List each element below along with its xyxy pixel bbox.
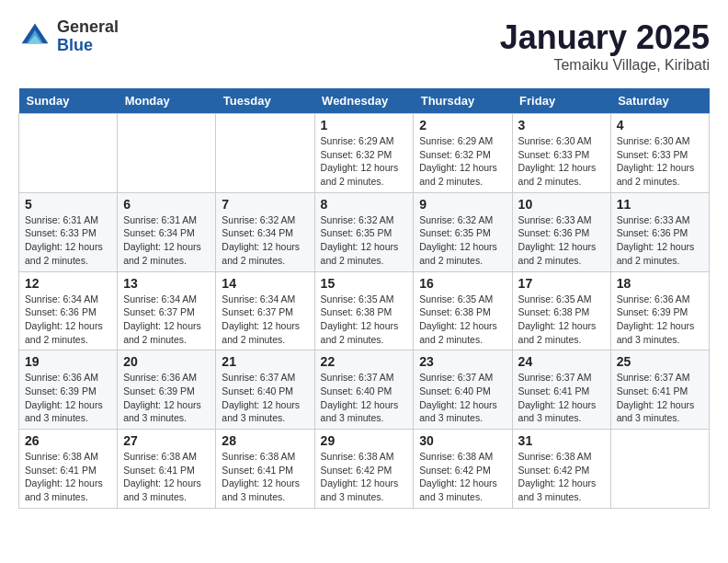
calendar-cell: 21Sunrise: 6:37 AMSunset: 6:40 PMDayligh… bbox=[216, 350, 314, 430]
calendar-cell bbox=[118, 114, 216, 193]
month-title: January 2025 bbox=[500, 18, 710, 57]
day-info: Sunrise: 6:38 AMSunset: 6:41 PMDaylight:… bbox=[123, 450, 210, 504]
day-number: 2 bbox=[419, 118, 506, 132]
calendar-cell: 16Sunrise: 6:35 AMSunset: 6:38 PMDayligh… bbox=[414, 271, 512, 350]
day-info: Sunrise: 6:35 AMSunset: 6:38 PMDaylight:… bbox=[321, 293, 408, 347]
calendar-cell: 14Sunrise: 6:34 AMSunset: 6:37 PMDayligh… bbox=[216, 271, 314, 350]
day-info: Sunrise: 6:31 AMSunset: 6:33 PMDaylight:… bbox=[25, 213, 111, 268]
calendar-table: SundayMondayTuesdayWednesdayThursdayFrid… bbox=[18, 88, 710, 509]
day-info: Sunrise: 6:34 AMSunset: 6:37 PMDaylight:… bbox=[123, 293, 210, 347]
day-info: Sunrise: 6:36 AMSunset: 6:39 PMDaylight:… bbox=[25, 371, 111, 425]
page-header: General Blue January 2025 Temaiku Villag… bbox=[18, 18, 710, 74]
day-number: 17 bbox=[518, 276, 605, 291]
day-number: 27 bbox=[123, 433, 210, 448]
day-info: Sunrise: 6:32 AMSunset: 6:35 PMDaylight:… bbox=[321, 213, 408, 268]
day-number: 19 bbox=[25, 354, 111, 369]
calendar-cell: 11Sunrise: 6:33 AMSunset: 6:36 PMDayligh… bbox=[610, 192, 709, 271]
calendar-cell: 6Sunrise: 6:31 AMSunset: 6:34 PMDaylight… bbox=[118, 192, 216, 271]
logo-text: General Blue bbox=[57, 18, 119, 55]
day-info: Sunrise: 6:32 AMSunset: 6:34 PMDaylight:… bbox=[222, 213, 308, 268]
day-header-monday: Monday bbox=[118, 88, 216, 114]
logo-icon bbox=[18, 20, 51, 53]
logo-general: General bbox=[57, 18, 119, 37]
day-info: Sunrise: 6:37 AMSunset: 6:40 PMDaylight:… bbox=[419, 371, 506, 425]
day-header-saturday: Saturday bbox=[610, 88, 709, 114]
day-info: Sunrise: 6:38 AMSunset: 6:41 PMDaylight:… bbox=[25, 450, 111, 504]
calendar-cell: 8Sunrise: 6:32 AMSunset: 6:35 PMDaylight… bbox=[314, 192, 414, 271]
calendar-cell: 19Sunrise: 6:36 AMSunset: 6:39 PMDayligh… bbox=[19, 350, 118, 430]
day-info: Sunrise: 6:38 AMSunset: 6:42 PMDaylight:… bbox=[518, 450, 605, 504]
location: Temaiku Village, Kiribati bbox=[500, 57, 710, 74]
calendar-cell: 29Sunrise: 6:38 AMSunset: 6:42 PMDayligh… bbox=[314, 430, 414, 509]
calendar-cell: 3Sunrise: 6:30 AMSunset: 6:33 PMDaylight… bbox=[512, 114, 610, 193]
calendar-cell: 18Sunrise: 6:36 AMSunset: 6:39 PMDayligh… bbox=[610, 271, 709, 350]
calendar-week-4: 19Sunrise: 6:36 AMSunset: 6:39 PMDayligh… bbox=[19, 350, 710, 430]
day-number: 23 bbox=[419, 354, 506, 369]
day-number: 6 bbox=[123, 197, 210, 212]
calendar-cell: 15Sunrise: 6:35 AMSunset: 6:38 PMDayligh… bbox=[314, 271, 414, 350]
calendar-week-2: 5Sunrise: 6:31 AMSunset: 6:33 PMDaylight… bbox=[19, 192, 710, 271]
day-number: 16 bbox=[419, 276, 506, 291]
calendar-cell: 20Sunrise: 6:36 AMSunset: 6:39 PMDayligh… bbox=[118, 350, 216, 430]
day-number: 31 bbox=[518, 433, 605, 448]
day-number: 25 bbox=[617, 354, 703, 369]
title-block: January 2025 Temaiku Village, Kiribati bbox=[500, 18, 710, 74]
calendar-cell: 12Sunrise: 6:34 AMSunset: 6:36 PMDayligh… bbox=[19, 271, 118, 350]
day-header-friday: Friday bbox=[512, 88, 610, 114]
day-number: 26 bbox=[25, 433, 111, 448]
calendar-cell: 23Sunrise: 6:37 AMSunset: 6:40 PMDayligh… bbox=[414, 350, 512, 430]
day-header-sunday: Sunday bbox=[19, 88, 118, 114]
day-info: Sunrise: 6:31 AMSunset: 6:34 PMDaylight:… bbox=[123, 213, 210, 268]
calendar-cell: 5Sunrise: 6:31 AMSunset: 6:33 PMDaylight… bbox=[19, 192, 118, 271]
day-number: 24 bbox=[518, 354, 605, 369]
day-info: Sunrise: 6:38 AMSunset: 6:41 PMDaylight:… bbox=[222, 450, 308, 504]
day-info: Sunrise: 6:33 AMSunset: 6:36 PMDaylight:… bbox=[617, 213, 703, 268]
day-number: 15 bbox=[321, 276, 408, 291]
day-info: Sunrise: 6:33 AMSunset: 6:36 PMDaylight:… bbox=[518, 213, 605, 268]
day-number: 22 bbox=[321, 354, 408, 369]
day-number: 7 bbox=[222, 197, 308, 212]
day-info: Sunrise: 6:32 AMSunset: 6:35 PMDaylight:… bbox=[419, 213, 506, 268]
day-header-tuesday: Tuesday bbox=[216, 88, 314, 114]
calendar-cell: 4Sunrise: 6:30 AMSunset: 6:33 PMDaylight… bbox=[610, 114, 709, 193]
day-number: 4 bbox=[617, 118, 703, 132]
day-number: 1 bbox=[321, 118, 408, 132]
day-info: Sunrise: 6:30 AMSunset: 6:33 PMDaylight:… bbox=[617, 134, 703, 189]
day-info: Sunrise: 6:34 AMSunset: 6:36 PMDaylight:… bbox=[25, 293, 111, 347]
calendar-cell: 1Sunrise: 6:29 AMSunset: 6:32 PMDaylight… bbox=[314, 114, 414, 193]
calendar-cell: 25Sunrise: 6:37 AMSunset: 6:41 PMDayligh… bbox=[610, 350, 709, 430]
day-info: Sunrise: 6:35 AMSunset: 6:38 PMDaylight:… bbox=[419, 293, 506, 347]
day-info: Sunrise: 6:29 AMSunset: 6:32 PMDaylight:… bbox=[321, 134, 408, 189]
logo-blue: Blue bbox=[57, 37, 119, 55]
calendar-week-5: 26Sunrise: 6:38 AMSunset: 6:41 PMDayligh… bbox=[19, 430, 710, 509]
day-info: Sunrise: 6:35 AMSunset: 6:38 PMDaylight:… bbox=[518, 293, 605, 347]
calendar-week-3: 12Sunrise: 6:34 AMSunset: 6:36 PMDayligh… bbox=[19, 271, 710, 350]
day-number: 20 bbox=[123, 354, 210, 369]
day-number: 13 bbox=[123, 276, 210, 291]
day-info: Sunrise: 6:29 AMSunset: 6:32 PMDaylight:… bbox=[419, 134, 506, 189]
day-number: 9 bbox=[419, 197, 506, 212]
calendar-cell: 22Sunrise: 6:37 AMSunset: 6:40 PMDayligh… bbox=[314, 350, 414, 430]
calendar-cell: 13Sunrise: 6:34 AMSunset: 6:37 PMDayligh… bbox=[118, 271, 216, 350]
logo: General Blue bbox=[18, 18, 119, 55]
day-number: 11 bbox=[617, 197, 703, 212]
day-info: Sunrise: 6:38 AMSunset: 6:42 PMDaylight:… bbox=[419, 450, 506, 504]
calendar-cell: 7Sunrise: 6:32 AMSunset: 6:34 PMDaylight… bbox=[216, 192, 314, 271]
calendar-cell: 28Sunrise: 6:38 AMSunset: 6:41 PMDayligh… bbox=[216, 430, 314, 509]
day-number: 30 bbox=[419, 433, 506, 448]
day-number: 8 bbox=[321, 197, 408, 212]
calendar-cell: 24Sunrise: 6:37 AMSunset: 6:41 PMDayligh… bbox=[512, 350, 610, 430]
calendar-cell bbox=[19, 114, 118, 193]
day-number: 18 bbox=[617, 276, 703, 291]
calendar-cell: 27Sunrise: 6:38 AMSunset: 6:41 PMDayligh… bbox=[118, 430, 216, 509]
day-info: Sunrise: 6:37 AMSunset: 6:41 PMDaylight:… bbox=[617, 371, 703, 425]
day-header-thursday: Thursday bbox=[414, 88, 512, 114]
day-number: 5 bbox=[25, 197, 111, 212]
calendar-cell: 17Sunrise: 6:35 AMSunset: 6:38 PMDayligh… bbox=[512, 271, 610, 350]
calendar-cell bbox=[610, 430, 709, 509]
calendar-cell: 30Sunrise: 6:38 AMSunset: 6:42 PMDayligh… bbox=[414, 430, 512, 509]
day-info: Sunrise: 6:30 AMSunset: 6:33 PMDaylight:… bbox=[518, 134, 605, 189]
day-number: 10 bbox=[518, 197, 605, 212]
day-info: Sunrise: 6:36 AMSunset: 6:39 PMDaylight:… bbox=[123, 371, 210, 425]
day-number: 28 bbox=[222, 433, 308, 448]
